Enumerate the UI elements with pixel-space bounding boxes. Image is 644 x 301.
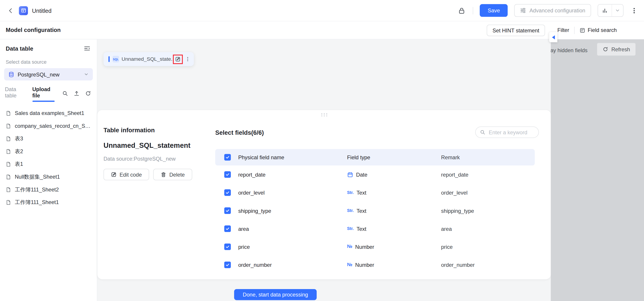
sliders-icon [520,8,526,14]
sidebar-file-item[interactable]: company_sales_record_cn_Sheet1 [0,120,97,132]
node-label: Unnamed_SQL_state... [122,56,173,62]
row-checkbox[interactable] [224,262,231,268]
fields-table-body: report_date Str. № Date report_date orde… [215,166,535,274]
document-icon [6,199,11,205]
sidebar-file-item[interactable]: 表3 [0,132,97,145]
field-search-tab[interactable]: Field search [588,27,617,33]
kebab-icon [185,56,190,62]
data-source-dropdown[interactable]: PostgreSQL_new [4,68,93,80]
row-checkbox[interactable] [224,208,231,214]
chart-button[interactable] [598,4,612,16]
select-fields-title: Select fields(6/6) [215,129,264,136]
database-icon [8,71,14,78]
refresh-button[interactable] [85,90,91,96]
sidebar-file-item[interactable]: 表1 [0,158,97,170]
filter-tab[interactable]: Filter [557,27,569,33]
row-checkbox[interactable] [224,189,231,196]
field-remark: shipping_type [441,208,535,214]
set-hint-button[interactable]: Set HINT statement [487,25,545,36]
refresh-icon [603,46,609,52]
delete-button[interactable]: Delete [153,169,192,180]
search-icon [62,90,68,96]
field-type-label: Date [356,172,368,178]
field-type: Str. № Number [347,244,441,250]
drag-handle[interactable] [321,113,328,116]
number-type-icon: № [347,262,352,267]
column-header-name: Physical field name [238,154,347,160]
done-button[interactable]: Done, start data processing [234,289,316,300]
refresh-icon [85,90,91,96]
node-accent-bar [108,56,110,62]
file-list: Sales data examples_Sheet1 company_sales… [0,107,97,209]
upload-button[interactable] [74,90,80,96]
sidebar-file-item[interactable]: Null数据集_Sheet1 [0,170,97,183]
file-name: 工作簿111_Sheet1 [15,199,59,206]
field-name: shipping_type [238,208,347,214]
field-remark: report_date [441,172,535,178]
search-button[interactable] [62,90,68,96]
file-name: company_sales_record_cn_Sheet1 [15,123,91,129]
sidebar-header: Data table [0,39,97,52]
edit-code-button[interactable]: Edit code [104,169,149,180]
document-icon [6,148,11,154]
right-panel-dimmed: ay hidden fields Refresh [551,39,644,301]
edit-node-button[interactable] [173,54,183,64]
sidebar-tabs: Data table Upload file [0,86,97,104]
field-row: area Str. № Text area [215,220,535,238]
collapse-list-button[interactable] [83,44,91,53]
column-header-remark: Remark [441,154,535,160]
top-bar-left: Untitled [6,6,52,15]
chevron-down-icon [84,72,89,77]
field-type: Str. № Text [347,190,441,196]
bar-chart-icon [602,8,608,14]
field-type-label: Text [357,208,366,214]
secondary-bar: Model configuration Set HINT statement F… [0,21,644,39]
back-button[interactable] [6,6,15,14]
tab-data-table[interactable]: Data table [5,86,25,100]
field-row: price Str. № Number price [215,238,535,256]
sidebar-file-item[interactable]: 表2 [0,145,97,158]
refresh-fields-button[interactable]: Refresh [597,43,636,56]
advanced-configuration-button[interactable]: Advanced configuration [514,4,591,17]
table-name: Unnamed_SQL_statement [104,142,208,150]
field-remark: price [441,244,535,250]
keyword-search[interactable] [475,126,539,138]
refresh-label: Refresh [611,46,630,52]
field-remark: order_level [441,190,535,196]
divider [574,26,575,34]
sql-node-icon: SQL [112,56,119,62]
collapse-panel-button[interactable] [549,32,557,42]
keyword-search-input[interactable] [488,129,535,136]
file-name: 表2 [15,148,23,155]
file-name: 表1 [15,160,23,168]
save-button[interactable]: Save [480,4,508,17]
sidebar-file-item[interactable]: 工作簿111_Sheet1 [0,196,97,209]
select-all-checkbox[interactable] [224,154,231,160]
fields-table: Physical field name Field type Remark re… [215,149,535,274]
row-checkbox[interactable] [224,171,231,178]
sidebar-file-item[interactable]: Sales data examples_Sheet1 [0,107,97,120]
edit-icon [175,56,181,62]
trash-icon [161,172,166,178]
sidebar-file-item[interactable]: 工作簿111_Sheet2 [0,183,97,196]
sql-node[interactable]: SQL Unnamed_SQL_state... [104,52,194,66]
right-panel-header: Filter Field search [551,21,644,39]
text-type-icon: Str. [347,190,354,194]
lock-button[interactable] [457,6,466,15]
chart-dropdown-button[interactable] [612,4,623,16]
top-bar-right: Save Advanced configuration [457,4,638,17]
field-type: Str. № Text [347,226,441,232]
field-remark: area [441,226,535,232]
row-checkbox[interactable] [224,226,231,232]
configuration-panel: Table information Unnamed_SQL_statement … [98,110,551,279]
page-title: Model configuration [6,21,61,39]
tab-upload-file[interactable]: Upload file [32,86,54,100]
more-menu-button[interactable] [630,6,638,14]
document-icon [6,110,11,116]
chevron-left-icon [8,7,14,14]
document-icon [6,161,11,167]
node-menu-button[interactable] [185,56,190,62]
row-checkbox[interactable] [224,244,231,250]
model-canvas[interactable]: SQL Unnamed_SQL_state... Table informati… [98,39,551,301]
file-name: Sales data examples_Sheet1 [15,110,84,116]
